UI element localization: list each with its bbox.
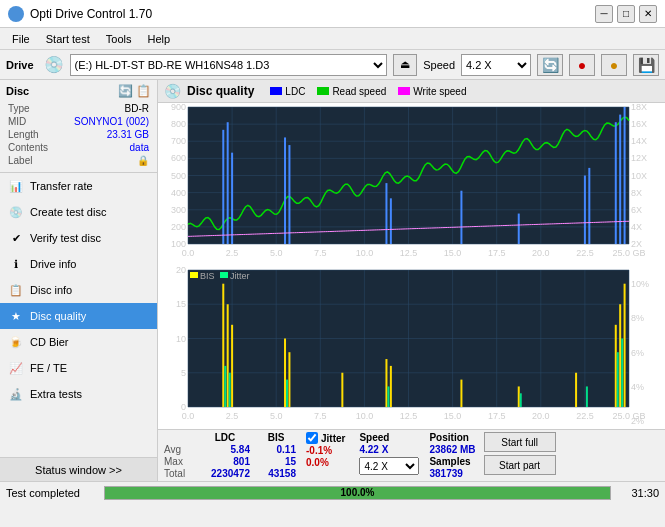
- ldc-color: [270, 87, 282, 95]
- legend-ldc-label: LDC: [285, 86, 305, 97]
- progress-text: 100.0%: [105, 487, 610, 499]
- title-bar: Opti Drive Control 1.70 ─ □ ✕: [0, 0, 665, 28]
- nav-disc-info-label: Disc info: [30, 284, 72, 296]
- maximize-button[interactable]: □: [617, 5, 635, 23]
- disc-refresh-icon[interactable]: 🔄: [118, 84, 133, 98]
- save-button[interactable]: 💾: [633, 54, 659, 76]
- legend-read-speed-label: Read speed: [332, 86, 386, 97]
- label-label: Label: [8, 155, 63, 166]
- nav-items: 📊 Transfer rate 💿 Create test disc ✔ Ver…: [0, 173, 157, 457]
- status-label: Test completed: [6, 487, 96, 499]
- start-part-button[interactable]: Start part: [484, 455, 556, 475]
- disc-quality-icon: ★: [8, 308, 24, 324]
- menu-file[interactable]: File: [4, 31, 38, 47]
- color1-button[interactable]: ●: [569, 54, 595, 76]
- type-value: BD-R: [65, 103, 149, 114]
- menu-start-test[interactable]: Start test: [38, 31, 98, 47]
- refresh-button[interactable]: 🔄: [537, 54, 563, 76]
- speed-label: Speed: [423, 59, 455, 71]
- drive-info-icon: ℹ: [8, 256, 24, 272]
- nav-verify-test-disc[interactable]: ✔ Verify test disc: [0, 225, 157, 251]
- nav-create-test-disc-label: Create test disc: [30, 206, 106, 218]
- nav-extra-tests-label: Extra tests: [30, 388, 82, 400]
- nav-fe-te[interactable]: 📈 FE / TE: [0, 355, 157, 381]
- jitter-max: 0.0%: [306, 457, 345, 468]
- menu-bar: File Start test Tools Help: [0, 28, 665, 50]
- eject-button[interactable]: ⏏: [393, 54, 417, 76]
- length-label: Length: [8, 129, 63, 140]
- legend-ldc: LDC: [270, 86, 305, 97]
- nav-cd-bier[interactable]: 🍺 CD Bier: [0, 329, 157, 355]
- nav-drive-info[interactable]: ℹ Drive info: [0, 251, 157, 277]
- drive-label: Drive: [6, 59, 34, 71]
- content-area: 💿 Disc quality LDC Read speed Write spee…: [158, 80, 665, 481]
- main-layout: Disc 🔄 📋 Type BD-R MID SONYNO1 (002) Len…: [0, 80, 665, 481]
- cd-bier-icon: 🍺: [8, 334, 24, 350]
- nav-extra-tests[interactable]: 🔬 Extra tests: [0, 381, 157, 407]
- close-button[interactable]: ✕: [639, 5, 657, 23]
- quality-title: Disc quality: [187, 84, 254, 98]
- chart1-canvas: [158, 103, 665, 266]
- total-label: Total: [164, 468, 194, 479]
- disc-info-nav-icon: 📋: [8, 282, 24, 298]
- title-bar-controls: ─ □ ✕: [595, 5, 657, 23]
- jitter-label: Jitter: [321, 433, 345, 444]
- nav-verify-test-disc-label: Verify test disc: [30, 232, 101, 244]
- stats-max-row: Max 801 15: [164, 456, 296, 467]
- drive-select[interactable]: (E:) HL-DT-ST BD-RE WH16NS48 1.D3: [70, 54, 388, 76]
- nav-transfer-rate-label: Transfer rate: [30, 180, 93, 192]
- time-label: 31:30: [619, 487, 659, 499]
- bottom-bar: Test completed 100.0% 31:30: [0, 481, 665, 503]
- nav-create-test-disc[interactable]: 💿 Create test disc: [0, 199, 157, 225]
- disc-title: Disc: [6, 85, 29, 97]
- quality-header: 💿 Disc quality LDC Read speed Write spee…: [158, 80, 665, 103]
- ldc-header: LDC: [200, 432, 250, 443]
- action-buttons: Start full Start part: [484, 432, 556, 475]
- nav-disc-quality[interactable]: ★ Disc quality: [0, 303, 157, 329]
- max-label: Max: [164, 456, 194, 467]
- label-icon: 🔒: [65, 155, 149, 166]
- speed-stats-value: 4.22 X: [359, 444, 419, 455]
- start-full-button[interactable]: Start full: [484, 432, 556, 452]
- minimize-button[interactable]: ─: [595, 5, 613, 23]
- verify-test-disc-icon: ✔: [8, 230, 24, 246]
- app-icon: [8, 6, 24, 22]
- disc-info-table: Type BD-R MID SONYNO1 (002) Length 23.31…: [6, 101, 151, 168]
- menu-tools[interactable]: Tools: [98, 31, 140, 47]
- disc-info-panel: Disc 🔄 📋 Type BD-R MID SONYNO1 (002) Len…: [0, 80, 157, 173]
- menu-help[interactable]: Help: [139, 31, 178, 47]
- samples-value: 381739: [429, 468, 475, 479]
- status-window-button[interactable]: Status window >>: [0, 457, 157, 481]
- stats-empty-header: [164, 432, 194, 443]
- legend-write-speed-label: Write speed: [413, 86, 466, 97]
- jitter-stats: Jitter -0.1% 0.0%: [306, 432, 345, 469]
- speed-select[interactable]: 4.2 X: [461, 54, 531, 76]
- create-test-disc-icon: 💿: [8, 204, 24, 220]
- quality-header-icon: 💿: [164, 83, 181, 99]
- chart2-canvas: [158, 266, 665, 429]
- position-stats: Position 23862 MB Samples 381739: [429, 432, 475, 479]
- jitter-avg: -0.1%: [306, 445, 345, 456]
- total-ldc: 2230472: [200, 468, 250, 479]
- write-speed-color: [398, 87, 410, 95]
- progress-bar-container: 100.0%: [104, 486, 611, 500]
- nav-disc-info[interactable]: 📋 Disc info: [0, 277, 157, 303]
- read-speed-color: [317, 87, 329, 95]
- speed-stats-select[interactable]: 4.2 X: [359, 457, 419, 475]
- fe-te-icon: 📈: [8, 360, 24, 376]
- chart-legend: LDC Read speed Write speed: [270, 86, 466, 97]
- disc-info-icon[interactable]: 📋: [136, 84, 151, 98]
- contents-label: Contents: [8, 142, 63, 153]
- nav-transfer-rate[interactable]: 📊 Transfer rate: [0, 173, 157, 199]
- avg-label: Avg: [164, 444, 194, 455]
- max-ldc: 801: [200, 456, 250, 467]
- jitter-checkbox[interactable]: [306, 432, 318, 444]
- nav-cd-bier-label: CD Bier: [30, 336, 69, 348]
- position-value: 23862 MB: [429, 444, 475, 455]
- drive-bar: Drive 💿 (E:) HL-DT-ST BD-RE WH16NS48 1.D…: [0, 50, 665, 80]
- nav-fe-te-label: FE / TE: [30, 362, 67, 374]
- legend-write-speed: Write speed: [398, 86, 466, 97]
- color2-button[interactable]: ●: [601, 54, 627, 76]
- type-label: Type: [8, 103, 63, 114]
- bis-header: BIS: [256, 432, 296, 443]
